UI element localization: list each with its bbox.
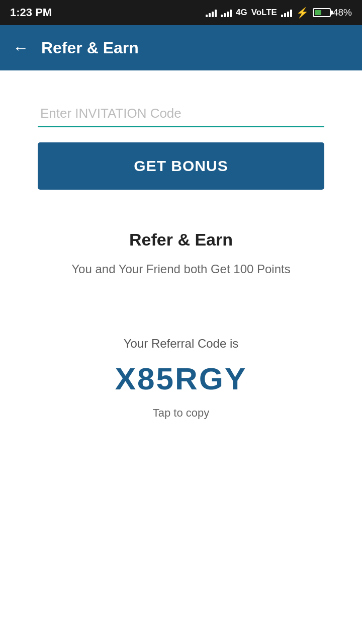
battery-fill [315, 10, 321, 15]
refer-earn-subtitle: You and Your Friend both Get 100 Points [71, 262, 290, 276]
signal-icon-2 [281, 8, 292, 17]
battery-percent: 48% [333, 7, 352, 18]
wifi-icon [206, 8, 217, 17]
app-header: ← Refer & Earn [0, 25, 362, 70]
tap-to-copy[interactable]: Tap to copy [153, 407, 210, 420]
status-bar: 1:23 PM 4G VoLTE ⚡ 48% [0, 0, 362, 25]
battery-container: 48% [313, 7, 352, 18]
referral-code-label: Your Referral Code is [124, 337, 239, 351]
status-icons-group: 4G VoLTE ⚡ 48% [206, 7, 352, 19]
refer-earn-section: Refer & Earn You and Your Friend both Ge… [28, 230, 334, 276]
invitation-section [38, 101, 324, 127]
back-button[interactable]: ← [13, 39, 29, 57]
refer-earn-title: Refer & Earn [129, 230, 233, 250]
charging-icon: ⚡ [296, 7, 309, 19]
network-type-alt: VoLTE [251, 8, 277, 18]
page-title: Refer & Earn [41, 39, 139, 57]
battery-icon [313, 8, 331, 17]
main-content: GET BONUS Refer & Earn You and Your Frie… [0, 70, 362, 644]
network-type: 4G [236, 8, 247, 18]
status-time: 1:23 PM [10, 6, 52, 19]
get-bonus-button[interactable]: GET BONUS [38, 142, 324, 190]
signal-icon [221, 8, 232, 17]
invitation-input[interactable] [38, 101, 324, 127]
referral-code-section: Your Referral Code is X85RGY Tap to copy [28, 337, 334, 420]
referral-code[interactable]: X85RGY [115, 361, 247, 396]
